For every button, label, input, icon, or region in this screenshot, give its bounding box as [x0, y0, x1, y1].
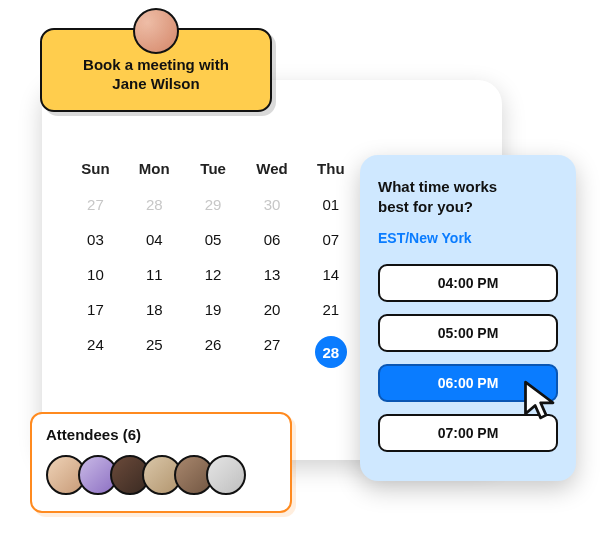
calendar-day[interactable]: 21 [301, 292, 360, 327]
calendar-day[interactable]: 06 [243, 222, 302, 257]
day-label: Mon [125, 160, 184, 187]
time-picker-title: What time works best for you? [378, 177, 558, 216]
time-slot[interactable]: 05:00 PM [378, 314, 558, 352]
calendar-day[interactable]: 18 [125, 292, 184, 327]
calendar-day[interactable]: 04 [125, 222, 184, 257]
calendar-day[interactable]: 30 [243, 187, 302, 222]
attendees-card: Attendees (6) [30, 412, 292, 513]
book-meeting-name: Jane Wilson [56, 75, 256, 92]
calendar-day[interactable]: 26 [184, 327, 243, 377]
calendar-day[interactable]: 17 [66, 292, 125, 327]
time-slot[interactable]: 06:00 PM [378, 364, 558, 402]
calendar-day[interactable]: 14 [301, 257, 360, 292]
time-slot-list: 04:00 PM05:00 PM06:00 PM07:00 PM [378, 264, 558, 452]
calendar-day[interactable]: 01 [301, 187, 360, 222]
calendar-day[interactable]: 12 [184, 257, 243, 292]
time-slot[interactable]: 07:00 PM [378, 414, 558, 452]
calendar-day[interactable]: 05 [184, 222, 243, 257]
calendar-day[interactable]: 10 [66, 257, 125, 292]
time-picker-title-l2: best for you? [378, 198, 473, 215]
calendar-day[interactable]: 29 [184, 187, 243, 222]
calendar-day[interactable]: 28 [125, 187, 184, 222]
calendar-day[interactable]: 27 [66, 187, 125, 222]
calendar-day[interactable]: 13 [243, 257, 302, 292]
calendar-day[interactable]: 11 [125, 257, 184, 292]
attendees-title: Attendees (6) [46, 426, 276, 443]
calendar-day[interactable]: 27 [243, 327, 302, 377]
timezone-label[interactable]: EST/New York [378, 230, 558, 246]
attendees-avatars [46, 455, 276, 495]
calendar-day[interactable]: 19 [184, 292, 243, 327]
attendee-avatar [206, 455, 246, 495]
day-label: Sun [66, 160, 125, 187]
book-meeting-card: Book a meeting with Jane Wilson [40, 28, 272, 112]
time-slot[interactable]: 04:00 PM [378, 264, 558, 302]
calendar-day[interactable]: 03 [66, 222, 125, 257]
day-label: Wed [243, 160, 302, 187]
host-avatar [133, 8, 179, 54]
calendar-day[interactable]: 07 [301, 222, 360, 257]
time-picker-panel: What time works best for you? EST/New Yo… [360, 155, 576, 481]
book-meeting-title: Book a meeting with [56, 56, 256, 73]
calendar-day[interactable]: 25 [125, 327, 184, 377]
calendar-day[interactable]: 28 [301, 327, 360, 377]
time-picker-title-l1: What time works [378, 178, 497, 195]
calendar-day[interactable]: 20 [243, 292, 302, 327]
day-label: Thu [301, 160, 360, 187]
day-label: Tue [184, 160, 243, 187]
calendar-day[interactable]: 24 [66, 327, 125, 377]
